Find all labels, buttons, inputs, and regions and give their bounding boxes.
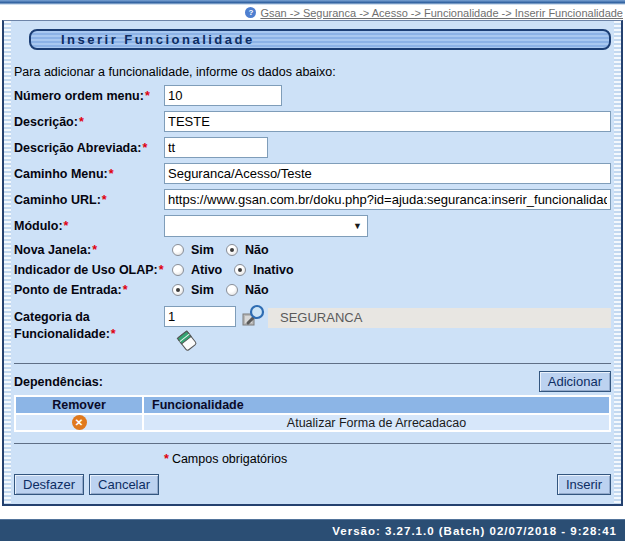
table-row: ✕ Atualizar Forma de Arrecadacao (16, 415, 609, 430)
radio-label: Inativo (253, 263, 293, 277)
field-descricao: Descrição:* (14, 109, 611, 134)
table-header-row: Remover Funcionalidade (16, 397, 609, 413)
radio-label: Não (245, 243, 269, 257)
label-text: Caminho URL: (14, 193, 101, 207)
ponto-entrada-nao-radio[interactable] (226, 284, 238, 296)
required-asterisk: * (79, 115, 84, 129)
caminho-menu-input[interactable] (164, 163, 611, 184)
olap-ativo-radio[interactable] (172, 264, 184, 276)
field-numero-ordem-menu: Número ordem menu:* (14, 83, 611, 108)
radio-label: Não (245, 283, 269, 297)
ponto-entrada-radio-group: Sim Não (164, 283, 281, 297)
separator (14, 363, 611, 364)
field-ponto-entrada: Ponto de Entrada:* Sim Não (14, 280, 611, 300)
field-indicador-olap: Indicador de Uso OLAP:* Ativo Inativo (14, 260, 611, 280)
field-nova-janela: Nova Janela:* Sim Não (14, 240, 611, 260)
olap-inativo-radio[interactable] (234, 264, 246, 276)
version-footer: Versão: 3.27.1.0 (Batch) 02/07/2018 - 9:… (0, 519, 625, 541)
numero-ordem-menu-input[interactable] (164, 85, 282, 106)
required-asterisk: * (142, 141, 147, 155)
label-text: Categoria da (14, 310, 90, 324)
label-text: Descrição Abreviada: (14, 141, 141, 155)
field-caminho-url: Caminho URL:* (14, 187, 611, 212)
spacer (164, 474, 552, 495)
breadcrumb: ? Gsan -> Seguranca -> Acesso -> Funcion… (0, 5, 625, 20)
field-label: Módulo:* (14, 219, 164, 233)
help-icon[interactable]: ? (245, 7, 256, 18)
caminho-url-input[interactable] (164, 189, 611, 210)
dependencias-label: Dependências: (14, 375, 103, 389)
col-header-funcionalidade: Funcionalidade (144, 397, 609, 413)
field-label: Número ordem menu:* (14, 89, 164, 103)
label-text: Caminho Menu: (14, 167, 108, 181)
field-label: Descrição:* (14, 115, 164, 129)
field-modulo: Módulo:* ▼ (14, 213, 611, 238)
field-label: Nova Janela:* (14, 243, 164, 257)
page-title: Inserir Funcionalidade (29, 29, 611, 50)
search-icon[interactable] (240, 304, 266, 330)
required-asterisk: * (102, 193, 107, 207)
dependencias-table: Remover Funcionalidade ✕ Atualizar Forma… (14, 395, 611, 432)
field-label: Categoria da Funcionalidade:* (14, 306, 164, 343)
nova-janela-radio-group: Sim Não (164, 243, 281, 257)
label-text: Nova Janela: (14, 243, 91, 257)
modulo-select[interactable]: ▼ (164, 215, 368, 237)
nova-janela-sim-radio[interactable] (172, 244, 184, 256)
required-fields-note: *Campos obrigatórios (164, 452, 611, 467)
required-asterisk: * (164, 452, 169, 466)
separator (14, 443, 611, 444)
funcionalidade-cell: Atualizar Forma de Arrecadacao (144, 415, 609, 430)
inserir-button[interactable]: Inserir (557, 474, 611, 495)
categoria-controls: SEGURANCA (164, 306, 611, 352)
chevron-down-icon: ▼ (353, 221, 362, 231)
required-asterisk: * (109, 167, 114, 181)
field-descricao-abreviada: Descrição Abreviada:* (14, 135, 611, 160)
version-text: Versão: 3.27.1.0 (Batch) 02/07/2018 - 9:… (332, 525, 617, 537)
required-asterisk: * (92, 243, 97, 257)
desfazer-button[interactable]: Desfazer (14, 474, 84, 495)
categoria-code-input[interactable] (164, 306, 236, 327)
field-categoria-funcionalidade: Categoria da Funcionalidade:* (14, 306, 611, 352)
dependencias-header: Dependências: Adicionar (14, 371, 611, 392)
descricao-abreviada-input[interactable] (164, 137, 268, 158)
descricao-input[interactable] (164, 111, 611, 132)
cancelar-button[interactable]: Cancelar (89, 474, 159, 495)
required-asterisk: * (123, 283, 128, 297)
field-label: Caminho URL:* (14, 193, 164, 207)
col-header-remover: Remover (16, 397, 142, 413)
field-label: Indicador de Uso OLAP:* (14, 263, 164, 277)
field-label: Caminho Menu:* (14, 167, 164, 181)
required-asterisk: * (64, 219, 69, 233)
remover-cell: ✕ (16, 415, 142, 430)
field-label: Ponto de Entrada:* (14, 283, 164, 297)
nova-janela-nao-radio[interactable] (226, 244, 238, 256)
adicionar-button[interactable]: Adicionar (539, 371, 611, 392)
radio-label: Sim (191, 283, 214, 297)
indicador-olap-radio-group: Ativo Inativo (164, 263, 306, 277)
breadcrumb-link[interactable]: Gsan -> Seguranca -> Acesso -> Funcional… (260, 7, 623, 19)
radio-label: Sim (191, 243, 214, 257)
required-asterisk: * (145, 89, 150, 103)
eraser-icon[interactable] (176, 330, 236, 352)
main-frame: Inserir Funcionalidade Para adicionar a … (2, 20, 623, 506)
categoria-description: SEGURANCA (268, 308, 611, 328)
label-text: Descrição: (14, 115, 78, 129)
intro-text: Para adicionar a funcionalidade, informe… (14, 65, 611, 80)
required-asterisk: * (159, 263, 164, 277)
field-label: Descrição Abreviada:* (14, 141, 164, 155)
field-caminho-menu: Caminho Menu:* (14, 161, 611, 186)
label-text: Módulo: (14, 219, 63, 233)
action-buttons: Desfazer Cancelar Inserir (14, 474, 611, 495)
required-asterisk: * (111, 327, 116, 341)
label-text: Ponto de Entrada: (14, 283, 122, 297)
radio-label: Ativo (191, 263, 222, 277)
ponto-entrada-sim-radio[interactable] (172, 284, 184, 296)
label-text: Indicador de Uso OLAP: (14, 263, 158, 277)
label-text: Número ordem menu: (14, 89, 144, 103)
note-text: Campos obrigatórios (172, 452, 287, 466)
remove-icon[interactable]: ✕ (72, 415, 87, 430)
label-text: Funcionalidade: (14, 327, 110, 341)
